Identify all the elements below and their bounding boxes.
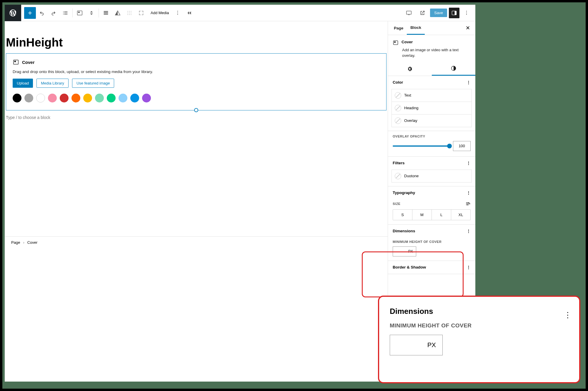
external-link-icon[interactable] bbox=[417, 7, 428, 19]
typography-panel-menu-icon[interactable]: ⋮ bbox=[467, 190, 471, 195]
tab-styles-icon[interactable] bbox=[432, 62, 476, 76]
grid-dotted-icon[interactable] bbox=[124, 7, 135, 19]
media-library-button[interactable]: Media Library bbox=[36, 79, 69, 88]
top-options-icon[interactable]: ⋮ bbox=[461, 8, 472, 18]
callout-menu-icon[interactable]: ⋮ bbox=[564, 309, 572, 322]
svg-rect-15 bbox=[408, 14, 410, 15]
color-text-label: Text bbox=[404, 93, 411, 97]
color-swatch[interactable] bbox=[36, 94, 45, 102]
collapse-icon[interactable] bbox=[183, 7, 195, 19]
min-height-input[interactable]: PX bbox=[393, 246, 416, 256]
color-swatch[interactable] bbox=[142, 94, 151, 102]
opacity-input[interactable] bbox=[453, 141, 471, 151]
svg-point-13 bbox=[131, 14, 131, 15]
cover-block-description: Drag and drop onto this block, upload, o… bbox=[13, 69, 380, 74]
color-text[interactable]: Text bbox=[392, 89, 472, 102]
svg-point-24 bbox=[469, 203, 470, 204]
svg-rect-3 bbox=[104, 12, 108, 13]
color-overlay-label: Overlay bbox=[404, 118, 417, 123]
color-swatch[interactable] bbox=[107, 94, 116, 102]
contrast-triangle-icon[interactable] bbox=[112, 7, 124, 19]
border-panel-menu-icon[interactable]: ⋮ bbox=[467, 265, 471, 270]
size-option[interactable]: M bbox=[412, 210, 432, 220]
tab-page[interactable]: Page bbox=[390, 22, 407, 34]
breadcrumb-block[interactable]: Cover bbox=[27, 240, 38, 245]
custom-size-icon[interactable] bbox=[465, 201, 471, 206]
dimensions-panel-title: Dimensions bbox=[393, 229, 415, 233]
svg-rect-21 bbox=[394, 42, 396, 43]
color-swatch[interactable] bbox=[24, 94, 33, 102]
settings-panel-toggle[interactable] bbox=[449, 8, 459, 18]
cover-block[interactable]: Cover Drag and drop onto this block, upl… bbox=[6, 53, 387, 110]
cover-icon bbox=[13, 59, 19, 65]
tab-settings-icon[interactable] bbox=[388, 62, 432, 76]
callout-title: Dimensions bbox=[390, 307, 569, 316]
fullscreen-icon[interactable] bbox=[135, 7, 147, 19]
dimensions-panel-menu-icon[interactable]: ⋮ bbox=[467, 229, 471, 233]
filters-panel-menu-icon[interactable]: ⋮ bbox=[467, 161, 471, 165]
svg-rect-17 bbox=[455, 11, 457, 15]
filters-panel-title: Filters bbox=[393, 161, 405, 165]
tab-block[interactable]: Block bbox=[407, 21, 425, 35]
color-swatch[interactable] bbox=[13, 94, 21, 102]
duotone-label: Duotone bbox=[404, 174, 419, 178]
color-overlay[interactable]: Overlay bbox=[392, 114, 472, 127]
size-option[interactable]: L bbox=[432, 210, 451, 220]
overlay-opacity-label: Overlay opacity bbox=[393, 135, 471, 138]
size-segment: SMLXL bbox=[393, 209, 471, 220]
opacity-slider[interactable] bbox=[393, 145, 449, 147]
chevron-right-icon: › bbox=[23, 240, 24, 245]
callout-minheight-label: MINIMUM HEIGHT OF COVER bbox=[390, 322, 569, 329]
add-block-button[interactable]: + bbox=[24, 7, 36, 19]
min-height-label: Minimum height of cover bbox=[393, 240, 471, 243]
filter-duotone[interactable]: Duotone bbox=[392, 170, 472, 183]
editor-canvas: MinHeight Cover Drag and drop onto this … bbox=[5, 21, 388, 382]
cover-block-label: Cover bbox=[22, 60, 35, 65]
svg-point-8 bbox=[127, 12, 128, 13]
use-featured-image-button[interactable]: Use featured image bbox=[72, 79, 114, 88]
callout-minheight-field[interactable]: PX bbox=[390, 335, 443, 355]
color-swatch[interactable] bbox=[71, 94, 80, 102]
close-sidebar-icon[interactable]: ✕ bbox=[462, 23, 473, 33]
dimensions-callout: Dimensions MINIMUM HEIGHT OF COVER PX ⋮ bbox=[378, 296, 580, 383]
color-swatch[interactable] bbox=[60, 94, 69, 102]
color-panel-menu-icon[interactable]: ⋮ bbox=[467, 80, 471, 85]
color-swatch[interactable] bbox=[119, 94, 127, 102]
undo-icon[interactable] bbox=[36, 7, 48, 19]
color-swatch[interactable] bbox=[48, 94, 57, 102]
align-icon[interactable] bbox=[100, 7, 112, 19]
color-panel-title: Color bbox=[393, 80, 403, 85]
typography-panel-title: Typography bbox=[393, 190, 415, 195]
svg-point-9 bbox=[129, 12, 130, 13]
page-title[interactable]: MinHeight bbox=[6, 36, 388, 49]
slider-thumb[interactable] bbox=[447, 144, 452, 148]
size-option[interactable]: S bbox=[393, 210, 412, 220]
upload-button[interactable]: Upload bbox=[13, 79, 33, 88]
add-media-button[interactable]: Add Media bbox=[147, 8, 172, 18]
save-button[interactable]: Save bbox=[430, 9, 447, 17]
breadcrumb-page[interactable]: Page bbox=[11, 240, 20, 245]
block-appender[interactable]: Type / to choose a block bbox=[6, 115, 387, 120]
redo-icon[interactable] bbox=[48, 7, 59, 19]
svg-rect-14 bbox=[407, 11, 412, 14]
wordpress-logo[interactable] bbox=[5, 5, 21, 21]
toolbar-more-icon[interactable]: ⋮ bbox=[172, 8, 183, 18]
resize-handle[interactable] bbox=[194, 108, 198, 112]
svg-point-7 bbox=[131, 11, 131, 11]
cover-block-icon[interactable] bbox=[74, 7, 86, 19]
sidebar-block-name: Cover bbox=[402, 40, 413, 46]
border-panel-title: Border & Shadow bbox=[393, 265, 426, 269]
svg-point-12 bbox=[129, 14, 130, 15]
color-swatch[interactable] bbox=[130, 94, 139, 102]
color-swatch[interactable] bbox=[83, 94, 92, 102]
list-view-icon[interactable] bbox=[59, 7, 71, 19]
color-heading[interactable]: Heading bbox=[392, 102, 472, 114]
size-option[interactable]: XL bbox=[451, 210, 470, 220]
svg-point-25 bbox=[468, 204, 469, 205]
svg-rect-19 bbox=[14, 61, 16, 62]
cover-icon bbox=[393, 40, 399, 46]
svg-rect-1 bbox=[78, 11, 80, 13]
desktop-view-icon[interactable] bbox=[403, 7, 415, 19]
move-updown-icon[interactable] bbox=[86, 7, 97, 19]
color-swatch[interactable] bbox=[95, 94, 104, 102]
